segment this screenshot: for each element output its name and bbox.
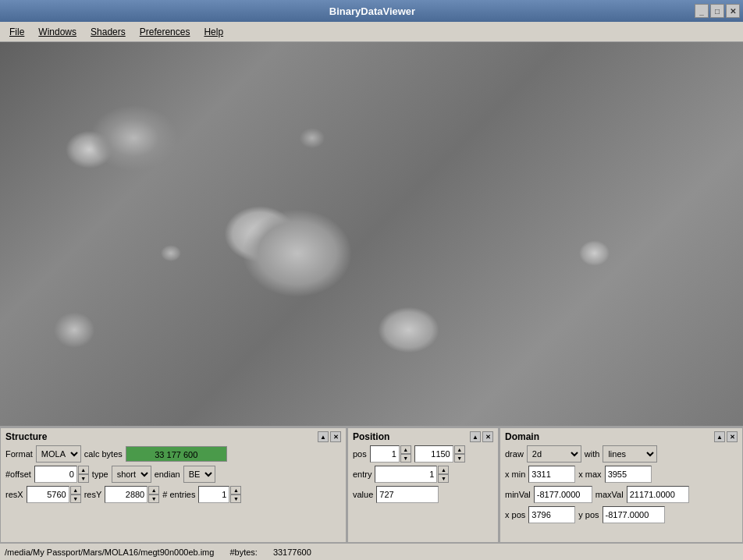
xpos-label: x pos <box>505 510 525 519</box>
entries-label: # entries <box>162 490 195 499</box>
xminmax-row: x min x max <box>505 466 738 483</box>
offset-spinner-btns: ▲ ▼ <box>78 466 89 483</box>
menu-windows-label: Windows <box>38 27 76 37</box>
type-select[interactable]: short <box>112 466 151 483</box>
maxval-label: maxVal <box>595 490 624 499</box>
menu-file-label: File <box>9 27 24 37</box>
menu-preferences[interactable]: Preferences <box>133 25 197 39</box>
res-row: resX ▲ ▼ resY ▲ ▼ # entries <box>5 486 341 503</box>
domain-title: Domain <box>505 431 539 442</box>
offset-down-btn[interactable]: ▼ <box>78 474 89 483</box>
entry-up-btn[interactable]: ▲ <box>438 466 449 474</box>
close-button[interactable]: ✕ <box>726 4 740 18</box>
position-panel-header: Position ▲ ✕ <box>353 431 493 442</box>
offset-spinner: ▲ ▼ <box>34 466 89 483</box>
draw-label: draw <box>505 449 524 459</box>
panel-row: Structure ▲ ✕ Format MOLA calc bytes 33 … <box>0 426 743 543</box>
offset-input[interactable] <box>34 466 77 483</box>
ypos-input[interactable] <box>603 506 665 523</box>
entries-down-btn[interactable]: ▼ <box>230 494 241 503</box>
app-title: BinaryDataViewer <box>50 5 695 17</box>
position-expand-icon[interactable]: ▲ <box>470 431 481 442</box>
resy-spinner-btns: ▲ ▼ <box>148 486 159 503</box>
entry-spinner-btns: ▲ ▼ <box>438 466 449 483</box>
xmax-label: x max <box>578 470 601 479</box>
minval-label: minVal <box>505 490 531 499</box>
xmin-label: x min <box>505 470 525 479</box>
entries-spinner-btns: ▲ ▼ <box>230 486 241 503</box>
position-panel-icons: ▲ ✕ <box>470 431 493 442</box>
value-input[interactable] <box>376 486 439 503</box>
xmin-input[interactable] <box>528 466 575 483</box>
offset-label: #offset <box>5 470 31 479</box>
entry-down-btn[interactable]: ▼ <box>438 474 449 483</box>
progress-container: 33 177 600 <box>126 446 227 462</box>
entry-input[interactable] <box>375 466 437 483</box>
menubar: File Windows Shaders Preferences Help <box>0 22 743 42</box>
progress-bar-outer: 33 177 600 <box>126 446 227 462</box>
pos-row: pos ▲ ▼ ▲ ▼ <box>353 445 493 463</box>
progress-text: 33 177 600 <box>126 447 226 462</box>
pos2-up-btn[interactable]: ▲ <box>454 445 465 454</box>
position-title: Position <box>353 431 389 442</box>
pos2-down-btn[interactable]: ▼ <box>454 454 465 463</box>
minval-input[interactable] <box>534 486 592 503</box>
resx-spinner-btns: ▲ ▼ <box>70 486 81 503</box>
endian-label: endian <box>155 470 180 479</box>
menu-help[interactable]: Help <box>197 25 229 39</box>
menu-windows[interactable]: Windows <box>32 25 83 39</box>
maximize-button[interactable]: □ <box>710 4 724 18</box>
xpos-input[interactable] <box>528 506 575 523</box>
pos1-input[interactable] <box>370 445 400 463</box>
menu-file[interactable]: File <box>3 25 30 39</box>
endian-select[interactable]: BE <box>183 466 215 483</box>
xmax-input[interactable] <box>605 466 652 483</box>
format-label: Format <box>5 449 33 459</box>
pos2-spinner-btns: ▲ ▼ <box>454 445 465 463</box>
resx-down-btn[interactable]: ▼ <box>70 494 81 503</box>
minimize-button[interactable]: _ <box>695 4 709 18</box>
structure-close-icon[interactable]: ✕ <box>330 431 341 442</box>
status-bar: /media/My Passport/Mars/MOLA16/megt90n00… <box>0 543 743 560</box>
domain-panel-icons: ▲ ✕ <box>714 431 738 442</box>
value-label: value <box>353 490 373 499</box>
resx-up-btn[interactable]: ▲ <box>70 486 81 494</box>
domain-close-icon[interactable]: ✕ <box>727 431 738 442</box>
domain-expand-icon[interactable]: ▲ <box>714 431 725 442</box>
with-select[interactable]: lines <box>603 445 657 463</box>
menu-shaders[interactable]: Shaders <box>84 25 132 39</box>
resy-input[interactable] <box>105 486 148 503</box>
value-row: value <box>353 486 493 503</box>
resy-label: resY <box>84 490 102 499</box>
format-row: Format MOLA calc bytes 33 177 600 <box>5 445 341 463</box>
entry-label: entry <box>353 470 372 479</box>
resy-up-btn[interactable]: ▲ <box>148 486 159 494</box>
structure-expand-icon[interactable]: ▲ <box>318 431 329 442</box>
pos1-up-btn[interactable]: ▲ <box>400 445 411 454</box>
format-select[interactable]: MOLA <box>36 445 81 463</box>
entries-spinner: ▲ ▼ <box>198 486 241 503</box>
pos1-down-btn[interactable]: ▼ <box>400 454 411 463</box>
menu-preferences-label: Preferences <box>140 27 190 37</box>
maxval-input[interactable] <box>627 486 689 503</box>
domain-panel: Domain ▲ ✕ draw 2d with lines x min <box>499 427 743 543</box>
resy-down-btn[interactable]: ▼ <box>148 494 159 503</box>
resx-label: resX <box>5 490 23 499</box>
minmaxval-row: minVal maxVal <box>505 486 738 503</box>
draw-select[interactable]: 2d <box>527 445 581 463</box>
entries-up-btn[interactable]: ▲ <box>230 486 241 494</box>
offset-row: #offset ▲ ▼ type short endian BE <box>5 466 341 483</box>
image-viewport[interactable] <box>0 42 743 426</box>
pos2-input[interactable] <box>414 445 453 463</box>
menu-help-label: Help <box>204 27 223 37</box>
entry-spinner: ▲ ▼ <box>375 466 449 483</box>
menu-shaders-label: Shaders <box>91 27 126 37</box>
domain-panel-header: Domain ▲ ✕ <box>505 431 738 442</box>
resx-input[interactable] <box>27 486 69 503</box>
ypos-label: y pos <box>578 510 599 519</box>
calc-bytes-label: calc bytes <box>84 449 123 459</box>
offset-up-btn[interactable]: ▲ <box>78 466 89 474</box>
pos-label: pos <box>353 449 367 459</box>
position-close-icon[interactable]: ✕ <box>482 431 493 442</box>
entries-input[interactable] <box>198 486 229 503</box>
